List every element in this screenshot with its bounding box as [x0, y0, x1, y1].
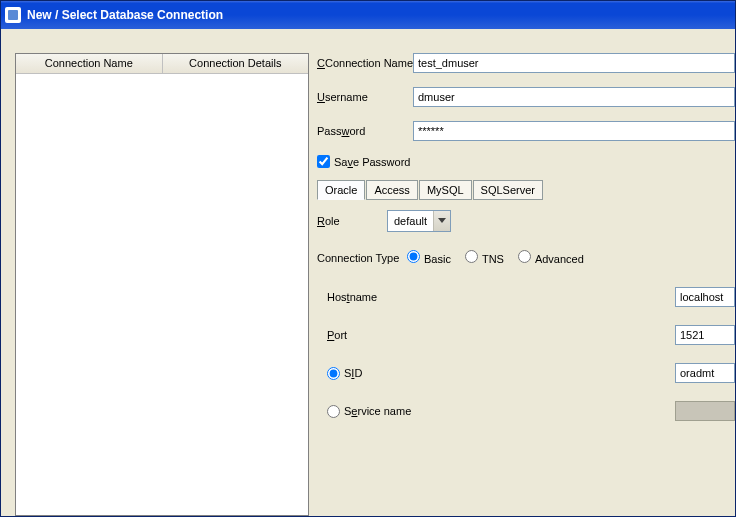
port-field[interactable] [675, 325, 735, 345]
col-connection-details[interactable]: Connection Details [163, 54, 309, 73]
row-username: Username [317, 87, 735, 107]
tab-sqlserver[interactable]: SQLServer [473, 180, 543, 200]
label-role: Role [317, 215, 387, 227]
basic-connection-form: Hostname Port SID Servic [317, 287, 735, 421]
tab-access[interactable]: Access [366, 180, 417, 200]
username-field[interactable] [413, 87, 735, 107]
sid-field[interactable] [675, 363, 735, 383]
titlebar: New / Select Database Connection [1, 1, 735, 29]
window-title: New / Select Database Connection [27, 8, 223, 22]
role-select[interactable]: default [387, 210, 451, 232]
row-sid: SID [327, 363, 735, 383]
row-password: Password [317, 121, 735, 141]
radio-tns-input[interactable] [465, 250, 478, 263]
tab-mysql[interactable]: MySQL [419, 180, 472, 200]
label-connection-name: CConnection Name [317, 57, 413, 69]
chevron-down-icon [433, 211, 450, 231]
password-field[interactable] [413, 121, 735, 141]
label-connection-type: Connection Type [317, 252, 407, 264]
table-header-row: Connection Name Connection Details [16, 54, 308, 74]
radio-basic-input[interactable] [407, 250, 420, 263]
connections-table: Connection Name Connection Details [15, 53, 309, 516]
radio-tns[interactable]: TNS [465, 250, 504, 265]
db-type-tabs: Oracle Access MySQL SQLServer [317, 180, 735, 200]
label-username: Username [317, 91, 413, 103]
row-connection-type: Connection Type Basic TNS Advanced [317, 250, 735, 265]
content-area: Connection Name Connection Details CConn… [1, 29, 735, 516]
col-connection-name[interactable]: Connection Name [16, 54, 163, 73]
label-hostname: Hostname [327, 291, 411, 303]
radio-advanced-input[interactable] [518, 250, 531, 263]
radio-basic[interactable]: Basic [407, 250, 451, 265]
radio-sid-input[interactable] [327, 367, 340, 380]
label-port: Port [327, 329, 411, 341]
app-icon [5, 7, 21, 23]
row-save-password: Save Password [317, 155, 735, 168]
row-connection-name: CConnection Name [317, 53, 735, 73]
form-panel: CConnection Name Username Password Save … [309, 53, 735, 516]
service-name-field [675, 401, 735, 421]
radio-service-input[interactable] [327, 405, 340, 418]
role-select-value: default [388, 215, 433, 227]
hostname-field[interactable] [675, 287, 735, 307]
label-password: Password [317, 125, 413, 137]
connection-name-field[interactable] [413, 53, 735, 73]
connection-type-group: Basic TNS Advanced [407, 250, 584, 265]
radio-service[interactable]: Service name [327, 405, 437, 418]
radio-sid[interactable]: SID [327, 367, 411, 380]
save-password-checkbox[interactable] [317, 155, 330, 168]
row-service: Service name [327, 401, 735, 421]
row-port: Port [327, 325, 735, 345]
radio-advanced[interactable]: Advanced [518, 250, 584, 265]
row-role: Role default [317, 210, 735, 232]
label-save-password: Save Password [334, 156, 410, 168]
table-body[interactable] [16, 74, 308, 515]
row-hostname: Hostname [327, 287, 735, 307]
tab-oracle[interactable]: Oracle [317, 180, 365, 200]
